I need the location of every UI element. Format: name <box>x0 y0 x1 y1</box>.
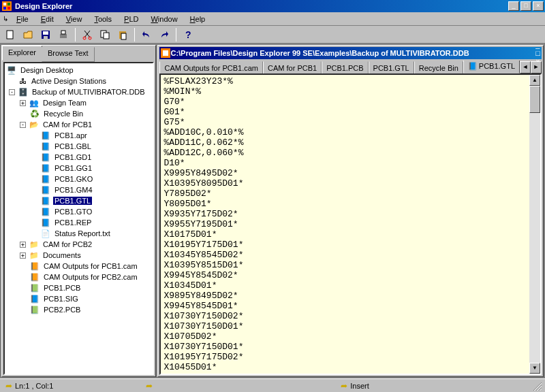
svg-rect-8 <box>44 36 48 39</box>
stations-icon: 🖧 <box>17 76 28 86</box>
cut-button[interactable] <box>80 27 95 42</box>
tab-browse-text[interactable]: Browse Text <box>42 47 95 62</box>
help-button[interactable]: ? <box>181 27 196 42</box>
vertical-scrollbar[interactable]: ▲ ▼ <box>529 75 540 374</box>
svg-rect-2 <box>7 3 10 5</box>
document-titlebar: C:\Program Files\Design Explorer 99 SE\E… <box>159 47 542 59</box>
file-icon: 📘 <box>40 130 51 141</box>
cam-file-icon: 📙 <box>29 272 40 282</box>
file-icon: 📘 <box>40 141 51 152</box>
expand-icon[interactable]: + <box>20 252 26 259</box>
paste-button[interactable] <box>115 27 130 42</box>
pointer-icon: ➦ <box>341 381 347 391</box>
editor[interactable]: %FSLAX23Y23*% %MOIN*% G70* G01* G75* %AD… <box>159 74 542 375</box>
text-file-icon: 📄 <box>40 228 51 239</box>
open-button[interactable] <box>20 27 35 42</box>
menu-edit[interactable]: Edit <box>35 14 59 24</box>
recycle-icon: ♻️ <box>29 108 40 119</box>
doc-tab[interactable]: CAM for PCB1 <box>263 61 322 74</box>
file-icon: 📘 <box>40 152 51 163</box>
folder-icon: 📁 <box>29 250 40 261</box>
resize-grip[interactable] <box>531 380 542 391</box>
svg-rect-19 <box>163 50 168 56</box>
toolbar: ? <box>0 26 545 44</box>
menu-arrow-icon: ↳ <box>3 15 8 22</box>
tab-scroll-right-button[interactable]: ► <box>531 61 542 74</box>
undo-button[interactable] <box>139 27 154 42</box>
statusbar: ➦Ln:1 , Col:1 ➦ ➦Insert <box>0 378 545 392</box>
menu-pld[interactable]: PLD <box>119 14 144 24</box>
window-title: Design Explorer <box>15 2 508 10</box>
doc-tab[interactable]: PCB1.PCB <box>322 61 368 74</box>
tree-view[interactable]: 🖥️Design Desktop 🖧Active Design Stations… <box>3 62 154 375</box>
new-button[interactable] <box>3 27 18 42</box>
document-title: C:\Program Files\Design Explorer 99 SE\E… <box>170 49 535 57</box>
document-panel: C:\Program Files\Design Explorer 99 SE\E… <box>157 45 544 377</box>
menu-tools[interactable]: Tools <box>89 14 117 24</box>
close-button[interactable]: × <box>533 1 544 11</box>
tree-selected: 📘PCB1.GTL <box>6 195 151 206</box>
file-icon: 📘 <box>40 184 51 195</box>
doc-icon <box>161 48 170 58</box>
status-mode: ➦Insert <box>338 380 377 392</box>
save-button[interactable] <box>38 27 53 42</box>
tab-explorer[interactable]: Explorer <box>2 46 42 61</box>
doc-tab[interactable]: Recycle Bin <box>414 61 463 74</box>
app-icon <box>1 1 12 12</box>
expand-icon[interactable]: + <box>20 100 26 106</box>
doc-tab-active[interactable]: 📘PCB1.GTL <box>463 61 520 74</box>
folder-open-icon: 📂 <box>29 119 40 130</box>
scroll-track[interactable] <box>529 113 540 363</box>
scroll-thumb[interactable] <box>529 86 540 113</box>
expand-icon[interactable]: + <box>20 242 26 248</box>
redo-button[interactable] <box>157 27 172 42</box>
tab-scroll-left-button[interactable]: ◄ <box>520 61 531 74</box>
file-icon: 📘 <box>40 163 51 174</box>
scroll-up-button[interactable]: ▲ <box>529 75 540 86</box>
minimize-button[interactable]: _ <box>508 1 519 11</box>
svg-rect-16 <box>121 33 126 39</box>
tree-root: 🖥️Design Desktop <box>6 65 151 76</box>
menu-view[interactable]: View <box>61 14 88 24</box>
doc-tab[interactable]: PCB1.GTL <box>369 61 414 74</box>
svg-rect-3 <box>3 7 6 10</box>
status-spacer: ➦ <box>143 380 161 392</box>
svg-rect-1 <box>3 3 6 5</box>
window-titlebar: Design Explorer _ □ × <box>0 0 545 12</box>
file-icon: 📘 <box>40 217 51 228</box>
editor-content[interactable]: %FSLAX23Y23*% %MOIN*% G70* G01* G75* %AD… <box>161 75 529 374</box>
maximize-button[interactable]: □ <box>520 1 531 11</box>
pointer-icon: ➦ <box>146 381 153 391</box>
cam-file-icon: 📙 <box>29 261 40 272</box>
doc-tab[interactable]: CAM Outputs for PCB1.cam <box>159 61 263 74</box>
document-tabs: CAM Outputs for PCB1.cam CAM for PCB1 PC… <box>159 61 542 74</box>
menu-file[interactable]: File <box>11 14 34 24</box>
doc-maximize-button[interactable]: □ <box>535 49 540 57</box>
team-icon: 👥 <box>29 97 40 108</box>
desktop-icon: 🖥️ <box>6 65 17 76</box>
menubar: ↳ File Edit View Tools PLD Window Help <box>0 12 545 26</box>
status-position: ➦Ln:1 , Col:1 <box>3 380 61 392</box>
svg-text:?: ? <box>185 29 191 40</box>
pcb-file-icon: 📗 <box>29 282 40 293</box>
doc-minimize-button[interactable]: _ <box>535 41 540 49</box>
file-icon: 📘 <box>40 206 51 217</box>
explorer-panel: Explorer Browse Text 🖥️Design Desktop 🖧A… <box>1 45 156 377</box>
sig-file-icon: 📘 <box>29 293 40 304</box>
file-icon: 📘 <box>468 62 478 71</box>
workspace: Explorer Browse Text 🖥️Design Desktop 🖧A… <box>0 44 545 378</box>
print-button[interactable] <box>56 27 71 42</box>
menu-window[interactable]: Window <box>145 14 183 24</box>
folder-icon: 📁 <box>29 239 40 250</box>
file-icon: 📘 <box>40 195 51 206</box>
file-icon: 📘 <box>40 174 51 184</box>
svg-rect-4 <box>7 7 10 10</box>
collapse-icon[interactable]: - <box>20 122 26 128</box>
pointer-icon: ➦ <box>5 381 12 391</box>
svg-rect-9 <box>60 34 67 38</box>
menu-help[interactable]: Help <box>185 14 211 24</box>
scroll-down-button[interactable]: ▼ <box>529 363 540 374</box>
copy-button[interactable] <box>97 27 112 42</box>
collapse-icon[interactable]: - <box>9 89 15 95</box>
svg-rect-14 <box>104 33 109 39</box>
